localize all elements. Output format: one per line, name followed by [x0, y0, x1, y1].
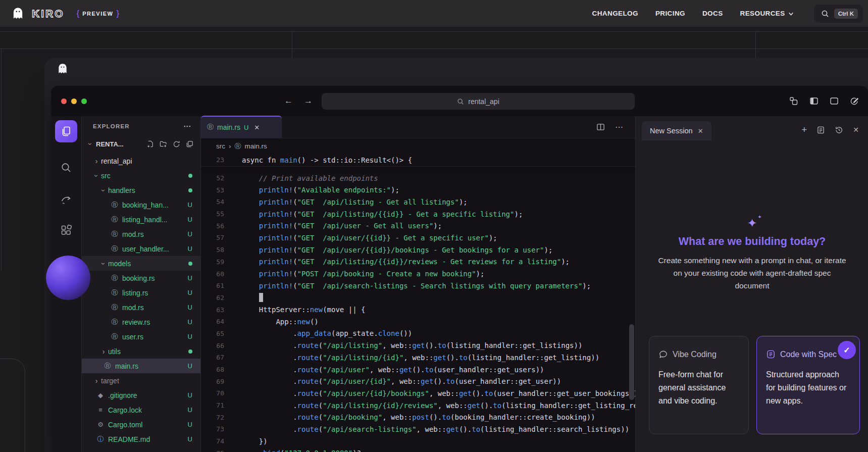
code-line-74[interactable]: 74 })	[201, 435, 635, 447]
close-window-button[interactable]	[61, 98, 67, 104]
split-editor-icon[interactable]	[596, 123, 605, 131]
nav-link-changelog[interactable]: CHANGELOG	[592, 10, 638, 17]
tree-item-main-rs[interactable]: Ⓡmain.rsU	[82, 359, 200, 373]
code-editor[interactable]: 23async fn main() -> std::io::Result<()>…	[201, 154, 635, 452]
session-tab[interactable]: New Session ✕	[642, 121, 711, 140]
tree-item-user-rs[interactable]: Ⓡuser.rsU	[82, 329, 200, 344]
git-untracked-badge: U	[188, 289, 192, 296]
tree-item-user-handler[interactable]: Ⓡuser_handler...U	[82, 241, 200, 256]
tree-item-utils[interactable]: ›utils	[82, 344, 200, 359]
site-search-button[interactable]: Ctrl K	[814, 5, 863, 23]
search-activity-button[interactable]	[60, 162, 72, 174]
explorer-activity-button[interactable]	[55, 120, 77, 142]
close-panel-icon[interactable]: ✕	[853, 126, 859, 134]
code-line-73[interactable]: 73 .route("/api/search-listings", web::g…	[201, 423, 635, 435]
explorer-more-actions-icon[interactable]: ⋯	[183, 122, 191, 131]
editor-scrollbar[interactable]	[629, 324, 634, 400]
kiro-favicon-ghost-icon	[57, 63, 69, 75]
line-number: 67	[201, 354, 224, 361]
code-line-62[interactable]: 62	[201, 292, 635, 304]
close-tab-icon[interactable]: ✕	[254, 124, 260, 131]
toggle-sidebar-icon[interactable]	[809, 96, 819, 106]
nav-link-resources[interactable]: RESOURCES	[740, 10, 794, 17]
collapse-all-icon[interactable]	[186, 140, 193, 148]
forward-arrow-icon[interactable]: →	[304, 96, 313, 106]
new-folder-icon[interactable]	[160, 140, 167, 148]
code-line-53[interactable]: 53 println!("Available endpoints:");	[201, 184, 635, 196]
nav-link-pricing[interactable]: PRICING	[655, 10, 685, 17]
code-line-56[interactable]: 56 println!("GET /api/user - Get all use…	[201, 220, 635, 232]
tree-item-handlers[interactable]: ›handlers	[82, 183, 200, 197]
layout-grid-icon[interactable]	[789, 96, 798, 106]
code-text: // Print available endpoints	[242, 174, 378, 182]
code-line-63[interactable]: 63 HttpServer::new(move || {	[201, 304, 635, 316]
editor-group: Ⓡ main.rs U ✕ ⋯ src › Ⓡ main.rs 23async	[201, 116, 635, 452]
tree-item-src[interactable]: ›src	[82, 168, 200, 183]
vibe-coding-title: Vibe Coding	[673, 350, 717, 359]
tree-item-mod-rs[interactable]: Ⓡmod.rsU	[82, 227, 200, 241]
tree-item-cargo-toml[interactable]: ⚙Cargo.tomlU	[82, 417, 200, 432]
project-search-bar[interactable]: rental_api	[322, 93, 635, 110]
tree-item-booking-rs[interactable]: Ⓡbooking.rsU	[82, 271, 200, 285]
refresh-icon[interactable]	[173, 140, 180, 148]
search-icon	[457, 98, 464, 105]
breadcrumb-file[interactable]: main.rs	[245, 142, 267, 150]
code-line-61[interactable]: 61 println!("GET /api/search-listings - …	[201, 280, 635, 292]
tree-item-rental-api[interactable]: ›rental_api	[82, 154, 200, 168]
close-session-icon[interactable]: ✕	[698, 127, 703, 135]
history-icon[interactable]	[835, 126, 843, 134]
tree-item-models[interactable]: ›models	[82, 256, 200, 271]
breadcrumb-folder[interactable]: src	[216, 142, 225, 150]
git-modified-dot	[188, 188, 192, 192]
code-line-23[interactable]: 23async fn main() -> std::io::Result<()>…	[201, 154, 635, 166]
toggle-panel-icon[interactable]	[830, 96, 839, 106]
new-file-icon[interactable]	[146, 140, 154, 148]
tree-item-label: Cargo.toml	[108, 421, 142, 429]
compose-icon[interactable]	[850, 96, 859, 106]
tree-item-gitignore[interactable]: ◆.gitignoreU	[82, 388, 200, 403]
back-arrow-icon[interactable]: ←	[284, 96, 293, 106]
tree-item-cargo-lock[interactable]: ≡Cargo.lockU	[82, 403, 200, 417]
code-line-64[interactable]: 64 App::new()	[201, 316, 635, 328]
code-line-58[interactable]: 58 println!("GET /api/user/{{id}}/bookin…	[201, 244, 635, 256]
code-line-55[interactable]: 55 println!("GET /api/listing/{{id}} - G…	[201, 208, 635, 220]
code-line-75[interactable]: 75 .bind("127.0.0.1:8080")?	[201, 447, 635, 452]
task-list-icon[interactable]	[816, 126, 825, 134]
extensions-activity-button[interactable]	[60, 224, 72, 236]
tab-main-rs[interactable]: Ⓡ main.rs U ✕	[201, 116, 282, 138]
code-line-52[interactable]: 52 // Print available endpoints	[201, 172, 635, 184]
code-line-71[interactable]: 71 .route("/api/listing/{id}/reviews", w…	[201, 399, 635, 412]
code-with-spec-card[interactable]: Code with Spec Structured approach for b…	[756, 336, 860, 434]
breadcrumb[interactable]: src › Ⓡ main.rs	[201, 138, 635, 154]
new-session-icon[interactable]: +	[801, 124, 807, 135]
code-line-57[interactable]: 57 println!("GET /api/user/{{id}} - Get …	[201, 232, 635, 244]
tree-item-listing-handl[interactable]: Ⓡlisting_handl...U	[82, 212, 200, 227]
explorer-title: EXPLORER	[93, 123, 130, 129]
workspace-section-header[interactable]: › RENTA...	[82, 136, 200, 152]
code-line-54[interactable]: 54 println!("GET /api/listing - Get all …	[201, 196, 635, 208]
tree-item-booking-han[interactable]: Ⓡbooking_han...U	[82, 197, 200, 212]
tree-item-review-rs[interactable]: Ⓡreview.rsU	[82, 315, 200, 329]
tree-item-mod-rs[interactable]: Ⓡmod.rsU	[82, 300, 200, 315]
tree-item-listing-rs[interactable]: Ⓡlisting.rsU	[82, 285, 200, 300]
code-line-60[interactable]: 60 println!("POST /api/booking - Create …	[201, 268, 635, 280]
tree-item-target[interactable]: ›target	[82, 373, 200, 388]
vibe-coding-card[interactable]: Vibe Coding Free-form chat for general a…	[649, 336, 749, 434]
code-line-69[interactable]: 69 .route("/api/user/{id}", web::get().t…	[201, 375, 635, 387]
kiro-logo[interactable]: KIRO { PREVIEW }	[0, 7, 119, 20]
code-line-72[interactable]: 72 .route("/api/booking", web::post().to…	[201, 411, 635, 423]
spark-arrow-activity-button[interactable]	[60, 193, 72, 205]
git-modified-dot	[188, 174, 192, 178]
nav-link-docs[interactable]: DOCS	[702, 10, 723, 17]
code-line-67[interactable]: 67 .route("/api/listing/{id}", web::get(…	[201, 351, 635, 364]
tree-item-readme-md[interactable]: ⓘREADME.mdU	[82, 432, 200, 446]
code-line-68[interactable]: 68 .route("/api/user", web::get().to(use…	[201, 364, 635, 376]
file-tree: ›rental_api›src›handlersⓇbooking_han...U…	[82, 152, 200, 446]
code-line-70[interactable]: 70 .route("/api/user/{id}/bookings", web…	[201, 387, 635, 399]
code-line-59[interactable]: 59 println!("GET /api/listing/{{id}}/rev…	[201, 256, 635, 268]
zoom-window-button[interactable]	[81, 98, 87, 104]
code-line-66[interactable]: 66 .route("/api/listing", web::get().to(…	[201, 339, 635, 351]
code-line-65[interactable]: 65 .app_data(app_state.clone())	[201, 328, 635, 340]
minimize-window-button[interactable]	[71, 98, 77, 104]
editor-more-actions-icon[interactable]: ⋯	[615, 122, 623, 132]
